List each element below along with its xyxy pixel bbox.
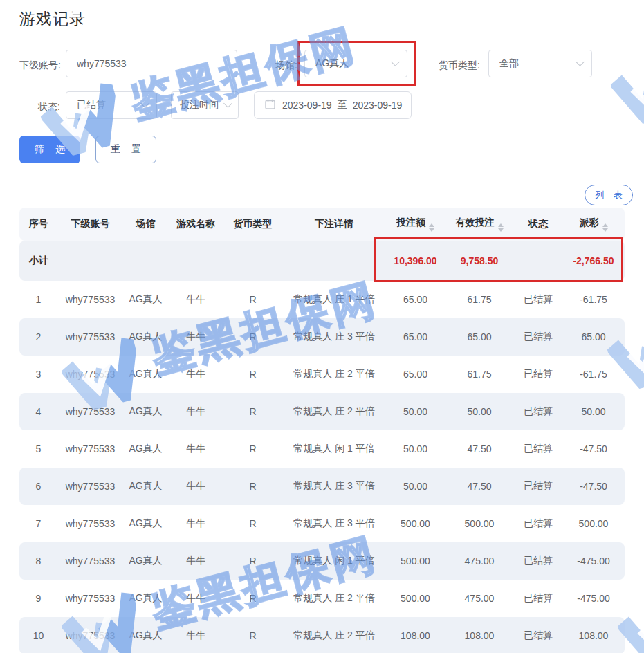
column-header-valid_bet[interactable]: 有效投注 <box>445 208 514 241</box>
cell-venue: AG真人 <box>123 430 168 468</box>
column-label: 投注额 <box>396 217 425 228</box>
cell-status: 已结算 <box>514 318 562 356</box>
cell-detail: 常规真人 庄 3 平倍 <box>282 468 386 505</box>
cell-venue: AG真人 <box>123 617 168 653</box>
cell-currency: R <box>223 318 282 356</box>
cell-bet_amount: 500.00 <box>386 505 445 542</box>
cell-status: 已结算 <box>514 281 562 318</box>
venue-select-value: AG真人 <box>315 57 392 70</box>
watermark <box>605 41 644 129</box>
column-header-currency: 货币类型 <box>223 208 282 241</box>
column-header-payout[interactable]: 派彩 <box>562 208 625 241</box>
records-table: 序号下级账号场馆游戏名称货币类型下注详情投注额有效投注状态派彩 小计 10,39… <box>19 208 625 653</box>
column-label: 货币类型 <box>234 218 273 229</box>
list-view-button[interactable]: 列 表 <box>585 185 633 205</box>
cell-detail: 常规真人 庄 2 平倍 <box>282 617 386 653</box>
column-header-account: 下级账号 <box>57 208 123 241</box>
date-range-picker[interactable]: 2023-09-19 至 2023-09-19 <box>254 91 412 119</box>
cell-valid_bet: 47.50 <box>445 468 514 505</box>
column-label: 有效投注 <box>456 217 495 228</box>
cell-status: 已结算 <box>514 468 562 505</box>
cell-game: 牛牛 <box>168 617 223 653</box>
cell-valid_bet: 475.00 <box>445 580 514 617</box>
date-separator: 至 <box>338 99 347 111</box>
status-select-value: 已结算 <box>77 99 142 111</box>
cell-currency: R <box>223 393 282 430</box>
cell-no: 4 <box>19 393 57 430</box>
cell-no: 9 <box>19 580 57 617</box>
cell-game: 牛牛 <box>168 505 223 542</box>
cell-currency: R <box>223 580 282 617</box>
subtotal-label: 小计 <box>19 241 386 281</box>
table-row: 9why775533AG真人牛牛R常规真人 庄 2 平倍500.00475.00… <box>19 580 625 617</box>
bet-time-select-value: 投注时间 <box>180 99 225 111</box>
cell-game: 牛牛 <box>168 281 223 318</box>
cell-bet_amount: 50.00 <box>386 468 445 505</box>
status-select[interactable]: 已结算 <box>66 91 157 119</box>
currency-label: 货币类型: <box>439 58 480 72</box>
venue-select[interactable]: AG真人 <box>304 50 407 77</box>
cell-payout: -47.50 <box>562 468 625 505</box>
cell-bet_amount: 65.00 <box>386 281 445 318</box>
table-row: 1why775533AG真人牛牛R常规真人 庄 1 平倍65.0061.75已结… <box>19 281 625 318</box>
cell-bet_amount: 50.00 <box>386 430 445 468</box>
column-header-no: 序号 <box>19 208 57 241</box>
cell-no: 3 <box>19 356 57 393</box>
currency-select-value: 全部 <box>499 57 577 70</box>
cell-no: 2 <box>19 318 57 356</box>
column-label: 游戏名称 <box>176 218 215 229</box>
cell-account: why775533 <box>57 281 123 318</box>
bet-time-select[interactable]: 投注时间 <box>171 91 239 119</box>
table-row: 3why775533AG真人牛牛R常规真人 庄 2 平倍65.0061.75已结… <box>19 356 625 393</box>
cell-detail: 常规真人 庄 2 平倍 <box>282 393 386 430</box>
cell-account: why775533 <box>57 580 123 617</box>
filter-button[interactable]: 筛 选 <box>19 136 80 163</box>
account-input[interactable]: why775533 <box>66 50 237 77</box>
reset-button[interactable]: 重 置 <box>95 136 156 163</box>
cell-currency: R <box>223 281 282 318</box>
cell-detail: 常规真人 庄 3 平倍 <box>282 318 386 356</box>
sort-caret-icon[interactable] <box>498 223 504 232</box>
cell-game: 牛牛 <box>168 580 223 617</box>
cell-status: 已结算 <box>514 505 562 542</box>
cell-valid_bet: 475.00 <box>445 542 514 580</box>
chevron-down-icon <box>576 57 585 66</box>
cell-venue: AG真人 <box>123 468 168 505</box>
cell-payout: 50.00 <box>562 393 625 430</box>
column-header-venue: 场馆 <box>123 208 168 241</box>
currency-select[interactable]: 全部 <box>488 50 592 77</box>
subtotal-valid-bet: 9,758.50 <box>445 241 514 281</box>
cell-bet_amount: 65.00 <box>386 356 445 393</box>
table-row: 10why775533AG真人牛牛R常规真人 庄 2 平倍108.00108.0… <box>19 617 625 653</box>
cell-game: 牛牛 <box>168 542 223 580</box>
column-header-bet_amount[interactable]: 投注额 <box>386 208 445 241</box>
cell-valid_bet: 61.75 <box>445 356 514 393</box>
column-label: 场馆 <box>136 218 156 229</box>
cell-payout: -47.50 <box>562 430 625 468</box>
cell-currency: R <box>223 430 282 468</box>
cell-account: why775533 <box>57 318 123 356</box>
cell-status: 已结算 <box>514 542 562 580</box>
cell-valid_bet: 61.75 <box>445 281 514 318</box>
sort-caret-icon[interactable] <box>429 223 434 232</box>
account-label: 下级账号: <box>19 58 61 72</box>
cell-valid_bet: 65.00 <box>445 318 514 356</box>
date-end: 2023-09-19 <box>353 100 403 111</box>
cell-bet_amount: 50.00 <box>386 393 445 430</box>
subtotal-bet-amount: 10,396.00 <box>386 241 445 281</box>
subtotal-row: 小计 10,396.00 9,758.50 -2,766.50 <box>19 241 625 281</box>
venue-label: 场馆: <box>275 58 297 72</box>
cell-currency: R <box>223 617 282 653</box>
cell-payout: -475.00 <box>562 580 625 617</box>
table-row: 8why775533AG真人牛牛R常规真人 闲 1 平倍500.00475.00… <box>19 542 625 580</box>
cell-venue: AG真人 <box>123 542 168 580</box>
cell-detail: 常规真人 庄 1 平倍 <box>282 281 386 318</box>
cell-payout: 500.00 <box>562 505 625 542</box>
column-label: 序号 <box>29 218 48 229</box>
cell-venue: AG真人 <box>123 393 168 430</box>
sort-caret-icon[interactable] <box>602 223 608 232</box>
cell-currency: R <box>223 505 282 542</box>
cell-bet_amount: 500.00 <box>386 580 445 617</box>
column-header-detail: 下注详情 <box>282 208 386 241</box>
cell-currency: R <box>223 468 282 505</box>
